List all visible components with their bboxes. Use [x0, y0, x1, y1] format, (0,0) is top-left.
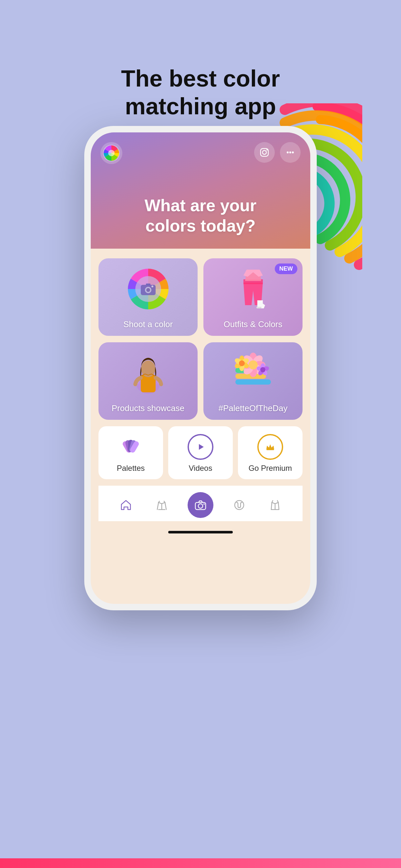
title-line1: What are your [145, 196, 257, 215]
svg-point-5 [266, 149, 268, 151]
svg-point-51 [198, 504, 203, 508]
new-badge: NEW [275, 264, 297, 274]
premium-card[interactable]: Go Premium [238, 426, 303, 479]
outfits-card-label: Outfits & Colors [223, 319, 282, 330]
palette-day-card[interactable]: #PaletteOfTheDay [204, 342, 303, 420]
top-grid-row: Shoot a color NEW [98, 258, 303, 336]
nav-discover[interactable] [229, 495, 249, 515]
nav-wardrobe[interactable] [152, 495, 172, 515]
screen-content: Shoot a color NEW [91, 249, 310, 543]
screen-header: What are your colors today? [91, 132, 310, 249]
logo-circle [100, 142, 122, 164]
small-cards-row: Palettes Videos [98, 426, 303, 479]
svg-point-2 [108, 150, 115, 156]
svg-point-4 [263, 151, 266, 154]
videos-label: Videos [189, 464, 212, 473]
nav-home[interactable] [116, 495, 135, 515]
svg-marker-48 [199, 444, 204, 450]
videos-icon [188, 434, 213, 460]
screen-title: What are your colors today? [145, 195, 257, 236]
headline-line2: matching app [125, 93, 276, 119]
outfits-card[interactable]: NEW [204, 258, 303, 336]
svg-rect-13 [146, 283, 150, 285]
palette-day-label: #PaletteOfTheDay [219, 403, 288, 413]
svg-point-29 [249, 361, 258, 369]
videos-card[interactable]: Videos [168, 426, 233, 479]
shoot-color-card[interactable]: Shoot a color [98, 258, 197, 336]
products-illustration [98, 342, 197, 404]
pink-accent-bar [0, 858, 401, 868]
page-background: The best color matching app [0, 0, 401, 868]
svg-point-14 [151, 285, 153, 287]
palettes-label: Palettes [117, 464, 145, 473]
palettes-card[interactable]: Palettes [98, 426, 163, 479]
svg-point-52 [204, 503, 205, 505]
more-button[interactable] [280, 142, 301, 163]
shoot-illustration [98, 258, 197, 320]
instagram-button[interactable] [254, 142, 275, 163]
phone-frame: What are your colors today? [84, 126, 317, 610]
premium-icon [257, 434, 283, 460]
shoot-card-label: Shoot a color [123, 319, 173, 330]
svg-point-8 [292, 151, 294, 153]
discover-icon [229, 495, 249, 515]
bottom-grid-row: Products showcase [98, 342, 303, 420]
svg-point-36 [239, 361, 245, 366]
outfit-icon [266, 495, 285, 515]
headline-line1: The best color [121, 66, 280, 91]
svg-rect-17 [235, 379, 271, 384]
products-card[interactable]: Products showcase [98, 342, 197, 420]
products-card-label: Products showcase [112, 403, 184, 413]
crown-circle [257, 434, 283, 460]
app-logo[interactable] [100, 142, 126, 168]
bottom-navigation [98, 486, 303, 521]
camera-nav-icon [188, 492, 213, 518]
home-icon [116, 495, 135, 515]
wardrobe-icon [152, 495, 172, 515]
play-circle [188, 434, 213, 460]
svg-point-53 [235, 500, 244, 509]
svg-rect-49 [266, 449, 274, 450]
home-indicator [168, 531, 233, 533]
header-icons [254, 142, 301, 163]
palette-illustration [204, 342, 303, 404]
svg-point-7 [289, 151, 291, 153]
palettes-icon [118, 434, 144, 460]
nav-outfit[interactable] [266, 495, 285, 515]
svg-point-12 [146, 288, 150, 292]
title-line2: colors today? [146, 216, 256, 235]
phone-screen: What are your colors today? [91, 132, 310, 604]
premium-label: Go Premium [249, 464, 292, 473]
svg-point-42 [260, 367, 266, 372]
nav-camera[interactable] [188, 492, 213, 518]
svg-point-6 [287, 151, 289, 153]
svg-rect-15 [141, 375, 156, 392]
